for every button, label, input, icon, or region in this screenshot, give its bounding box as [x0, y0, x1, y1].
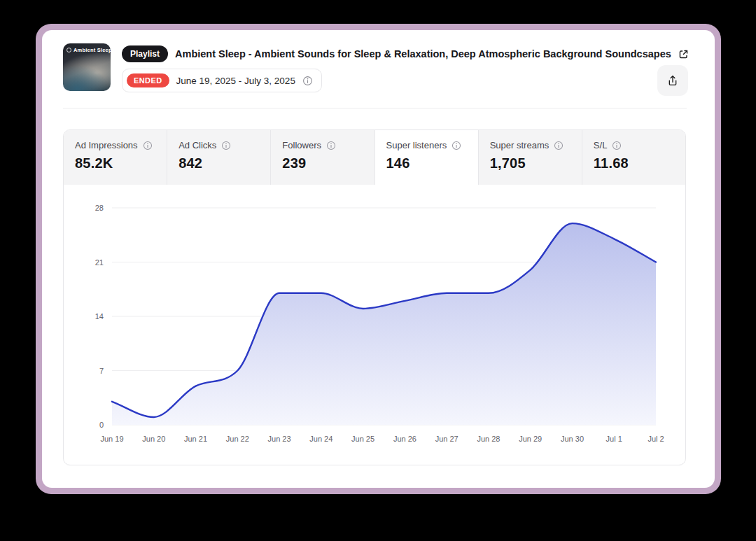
svg-text:Jun 28: Jun 28: [477, 435, 500, 443]
tab-label: Super streams: [490, 140, 550, 150]
info-icon[interactable]: [451, 141, 461, 150]
info-icon[interactable]: [326, 141, 336, 150]
tab-ad-impressions[interactable]: Ad Impressions 85.2K: [64, 130, 167, 185]
svg-text:14: 14: [95, 312, 104, 321]
tab-super-streams[interactable]: Super streams 1,705: [479, 130, 582, 185]
music-service-logo-icon: [66, 48, 71, 52]
campaign-header: Playlist Ambient Sleep - Ambient Sounds …: [122, 43, 638, 108]
svg-text:Jun 29: Jun 29: [519, 435, 542, 443]
metric-tabs: Ad Impressions 85.2K Ad Clicks 842 Follo…: [64, 130, 685, 185]
svg-text:Jun 24: Jun 24: [309, 435, 332, 443]
y-axis-labels: 07142128: [95, 204, 104, 429]
campaign-date-range: ENDED June 19, 2025 - July 3, 2025: [122, 69, 322, 92]
svg-text:7: 7: [99, 367, 104, 375]
svg-text:Jun 26: Jun 26: [393, 435, 416, 443]
info-icon[interactable]: [612, 141, 622, 150]
svg-text:Jun 25: Jun 25: [351, 435, 374, 443]
tab-sl-ratio[interactable]: S/L 11.68: [582, 130, 685, 185]
campaign-panel: Ambient Sleep Playlist Ambient Sleep - A…: [42, 30, 715, 488]
info-icon[interactable]: [554, 141, 564, 150]
svg-text:Jun 27: Jun 27: [435, 435, 458, 443]
tab-super-listeners[interactable]: Super listeners 146: [375, 130, 479, 185]
date-range-text: June 19, 2025 - July 3, 2025: [176, 76, 295, 86]
tab-label: S/L: [594, 140, 608, 150]
status-badge: ENDED: [127, 73, 169, 87]
tab-value: 11.68: [594, 155, 685, 171]
super-listeners-chart: 07142128Jun 19Jun 20Jun 21Jun 22Jun 23Ju…: [64, 185, 685, 465]
tab-value: 85.2K: [75, 155, 167, 171]
info-icon[interactable]: [143, 141, 153, 150]
cover-art-title: Ambient Sleep: [74, 47, 111, 53]
tab-value: 1,705: [490, 155, 582, 171]
x-axis-labels: Jun 19Jun 20Jun 21Jun 22Jun 23Jun 24Jun …: [100, 435, 664, 443]
share-button[interactable]: [657, 65, 688, 96]
tab-value: 842: [178, 155, 270, 171]
title-row: Playlist Ambient Sleep - Ambient Sounds …: [122, 45, 638, 63]
svg-text:Jun 19: Jun 19: [100, 435, 123, 443]
playlist-title: Ambient Sleep - Ambient Sounds for Sleep…: [175, 48, 671, 59]
date-range-info-icon[interactable]: [302, 76, 313, 86]
tab-label: Followers: [282, 140, 321, 150]
tab-label: Ad Impressions: [75, 140, 138, 150]
tab-label: Super listeners: [386, 140, 447, 150]
svg-text:0: 0: [99, 421, 104, 429]
tab-followers[interactable]: Followers 239: [271, 130, 374, 185]
window-frame: Ambient Sleep Playlist Ambient Sleep - A…: [36, 24, 721, 494]
svg-text:Jun 20: Jun 20: [142, 435, 165, 443]
tab-value: 146: [386, 155, 478, 171]
info-icon[interactable]: [221, 141, 231, 150]
area-fill: [112, 223, 656, 425]
tab-value: 239: [282, 155, 374, 171]
tab-label: Ad Clicks: [178, 140, 216, 150]
svg-text:Jun 23: Jun 23: [268, 435, 291, 443]
share-icon: [666, 74, 679, 87]
playlist-cover-art: Ambient Sleep: [63, 43, 111, 91]
svg-text:28: 28: [95, 204, 104, 212]
header-divider: [63, 108, 687, 108]
cover-art-header: Ambient Sleep: [66, 47, 108, 53]
svg-text:Jun 30: Jun 30: [561, 435, 584, 443]
svg-text:Jun 21: Jun 21: [184, 435, 207, 443]
external-link-icon[interactable]: [678, 49, 689, 59]
svg-text:Jul 2: Jul 2: [648, 435, 664, 443]
svg-text:Jul 1: Jul 1: [606, 435, 622, 443]
tab-ad-clicks[interactable]: Ad Clicks 842: [167, 130, 271, 185]
chart-area: 07142128Jun 19Jun 20Jun 21Jun 22Jun 23Ju…: [64, 185, 685, 465]
svg-text:Jun 22: Jun 22: [226, 435, 249, 443]
svg-text:21: 21: [95, 258, 104, 267]
stats-chart-card: Ad Impressions 85.2K Ad Clicks 842 Follo…: [63, 129, 686, 465]
playlist-type-badge: Playlist: [122, 45, 168, 62]
